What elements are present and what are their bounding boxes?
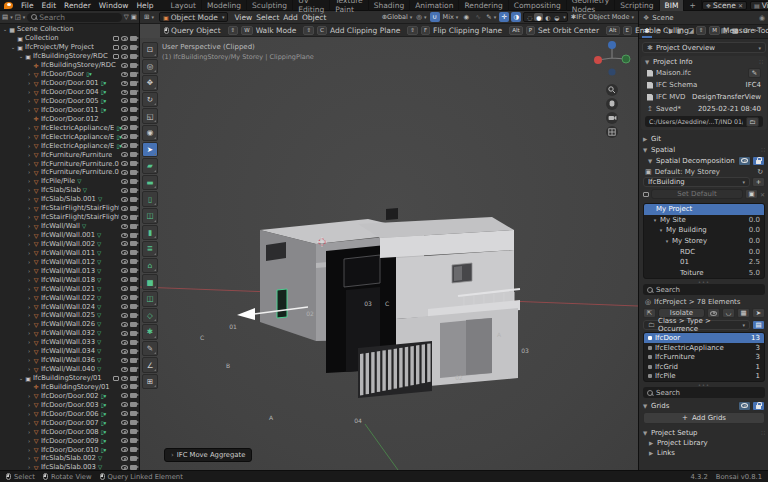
viewport-canvas[interactable]: User Perspective (Clipped) (1) IfcBuildi… [140, 38, 638, 470]
grids-visibility-button[interactable] [738, 401, 751, 411]
select-container-button[interactable]: ▣ [745, 189, 758, 199]
class-row[interactable]: IfcElectricAppliance 3 [644, 343, 764, 353]
workspace-tab[interactable]: Scripting [615, 0, 659, 11]
window-tool[interactable]: ◫ [142, 208, 158, 224]
bim-tab-select[interactable]: ✱Project Overview ▾ [642, 42, 766, 53]
disable-render-toggle[interactable] [130, 277, 137, 282]
workspace-tab[interactable]: Geometry Nodes [567, 0, 615, 11]
disable-render-toggle[interactable] [130, 233, 137, 238]
workspace-tab[interactable]: UV Editing [293, 0, 330, 11]
outliner-filter-icon[interactable]: ▽ [124, 13, 129, 21]
disable-render-toggle[interactable] [130, 250, 137, 255]
outliner-row[interactable]: › IfcFurniture/Furniture.0 [0, 168, 139, 177]
disable-render-toggle[interactable] [130, 384, 137, 389]
outliner-row[interactable]: › IfcDoor/Door.001 [0, 79, 139, 88]
disable-render-toggle[interactable] [130, 152, 137, 157]
move-tool[interactable]: ✥ [142, 75, 158, 91]
show-overlays-toggle[interactable]: ◑ [511, 12, 521, 22]
default-checkbox[interactable] [643, 192, 649, 197]
disable-render-toggle[interactable] [130, 188, 137, 193]
project-setup-subpanel[interactable]: ▶Links [639, 448, 768, 458]
disable-render-toggle[interactable] [130, 206, 137, 211]
outliner-row[interactable]: › IfcStairFlight/StairFlight. [0, 213, 139, 222]
hide-viewport-toggle[interactable] [121, 384, 128, 389]
disable-render-toggle[interactable] [130, 98, 137, 103]
hide-viewport-toggle[interactable] [121, 224, 128, 229]
disable-render-toggle[interactable] [130, 304, 137, 309]
hide-viewport-toggle[interactable] [121, 98, 128, 103]
tool-hint[interactable]: ⇧F Flip Clipping Plane [407, 26, 502, 35]
shading-material-button[interactable]: ◐ [543, 13, 552, 21]
tool-hint[interactable]: AltE Enable Culling [606, 26, 689, 35]
class-row[interactable]: IfcFurniture 3 [644, 352, 764, 362]
refresh-icon[interactable]: ↻ [757, 168, 763, 176]
outliner-row[interactable]: › IfcDoor/Door.009 [0, 436, 139, 445]
orientation-dropdown[interactable]: ⊕ Global▾ [381, 12, 414, 22]
menu-item[interactable]: File [17, 1, 38, 10]
disable-render-toggle[interactable] [130, 393, 137, 398]
viewport-menu-item[interactable]: Select [254, 13, 281, 22]
hide-viewport-toggle[interactable] [121, 322, 128, 327]
disable-render-toggle[interactable] [130, 90, 137, 95]
hide-viewport-toggle[interactable] [121, 36, 128, 41]
disable-render-toggle[interactable] [130, 313, 137, 318]
outliner-row[interactable]: ⌄ Scene Collection [0, 25, 139, 34]
disable-render-toggle[interactable] [130, 63, 137, 68]
workspace-tab[interactable]: Shading [369, 0, 410, 11]
outliner-row[interactable]: › IfcWall/Wall.033 [0, 338, 139, 347]
furniture-tool[interactable]: ⌂ [142, 258, 158, 274]
menu-item[interactable]: Render [60, 1, 95, 10]
hide-viewport-toggle[interactable] [121, 349, 128, 354]
outliner-row[interactable]: › IfcDoor/Door.004 [0, 88, 139, 97]
viewlayer-selector[interactable]: ▤ ViewLayer ✕ [750, 1, 768, 10]
clear-icon[interactable]: ✕ [760, 191, 765, 198]
hide-viewport-toggle[interactable] [121, 152, 128, 157]
visibility-mode-button[interactable] [738, 156, 751, 166]
disable-render-toggle[interactable] [130, 340, 137, 345]
hide-viewport-toggle[interactable] [121, 277, 128, 282]
snap-target-dropdown[interactable]: ◎▾ [415, 12, 427, 22]
spatial-tree-row[interactable]: RDC 0.0 [644, 246, 764, 257]
disable-render-toggle[interactable] [130, 259, 137, 264]
render-visibility-toggle[interactable] [113, 45, 119, 50]
outliner-row[interactable]: › IfcWall/Wall.001 [0, 231, 139, 240]
hide-viewport-toggle[interactable] [121, 206, 128, 211]
hide-viewport-toggle[interactable] [121, 438, 128, 443]
class-row[interactable]: IfcPile 1 [644, 372, 764, 382]
disable-render-toggle[interactable] [130, 438, 137, 443]
measure-tool[interactable]: ∠ [142, 357, 158, 373]
set-default-button[interactable]: Set Default [651, 189, 743, 199]
outliner-row[interactable]: › IfcDoor/Door.002 [0, 391, 139, 400]
project-setup-subpanel[interactable]: ▶Project Library [639, 438, 768, 448]
outliner-row[interactable]: › IfcWall/Wall.018 [0, 275, 139, 284]
disable-render-toggle[interactable] [130, 45, 137, 50]
rotate-tool[interactable]: ↻ [142, 92, 158, 108]
outliner-filter-id-dropdown[interactable]: ◲▾ [15, 13, 26, 21]
outliner-row[interactable]: › IfcWall/Wall.021 [0, 284, 139, 293]
class-row[interactable]: IfcGrid 1 [644, 362, 764, 372]
select-box-tool[interactable]: ⊡ [142, 42, 158, 58]
disable-render-toggle[interactable] [130, 411, 137, 416]
outliner-row[interactable]: › IfcDoor/Door.006 [0, 409, 139, 418]
outliner-row[interactable]: › IfcSlab/Slab [0, 186, 139, 195]
disable-render-toggle[interactable] [130, 143, 137, 148]
hide-viewport-toggle[interactable] [121, 45, 128, 50]
outliner-row[interactable]: › IfcSlab/Slab.001 [0, 195, 139, 204]
show-gizmo-toggle[interactable]: ✛ [499, 12, 509, 22]
disable-render-toggle[interactable] [130, 215, 137, 220]
slab-tool[interactable]: ▬ [142, 175, 158, 191]
hide-viewport-toggle[interactable] [121, 250, 128, 255]
pin-icon[interactable]: ◉ [759, 14, 765, 22]
outliner-row[interactable]: › IfcWall/Wall.034 [0, 347, 139, 356]
hide-viewport-toggle[interactable] [121, 447, 128, 452]
disable-render-toggle[interactable] [130, 241, 137, 246]
disable-render-toggle[interactable] [130, 349, 137, 354]
hide-viewport-toggle[interactable] [121, 116, 128, 121]
outliner-row[interactable]: › IfcElectricAppliance/Ele [0, 141, 139, 150]
hide-viewport-toggle[interactable] [121, 215, 128, 220]
outliner-row[interactable]: › IfcDoor/Door.003 [0, 400, 139, 409]
stair-tool[interactable]: ≣ [142, 241, 158, 257]
viewport-menu-item[interactable]: View [232, 13, 254, 22]
hide-viewport-toggle[interactable] [121, 420, 128, 425]
spatial-tree-row[interactable]: 01 2.5 [644, 257, 764, 268]
